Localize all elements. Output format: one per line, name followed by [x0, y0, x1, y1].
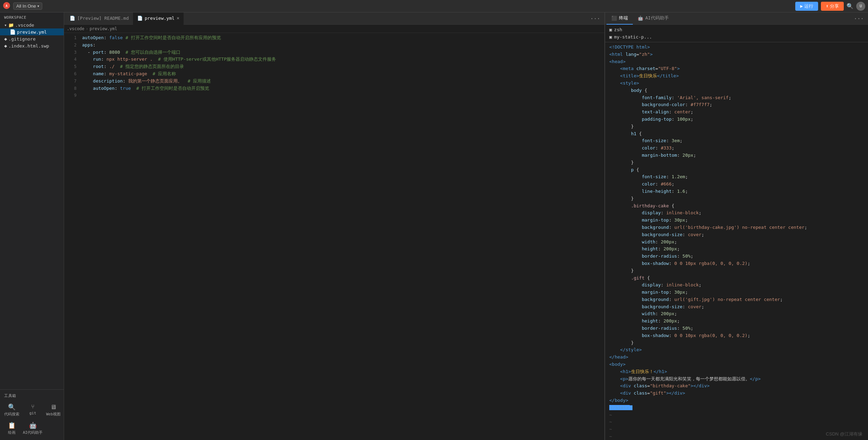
- r-line-ehead: </head>: [605, 354, 868, 361]
- terminal-file-icon: ▣: [609, 27, 612, 32]
- ai-tab-label: AI代码助手: [645, 15, 669, 21]
- file-item-static[interactable]: ▣ my-static-p...: [605, 33, 868, 41]
- r-line-bs2: box-shadow: 0 0 10px rgba(0, 0, 0, 0.2);: [605, 332, 868, 339]
- r-line-br2: border-radius: 50%;: [605, 325, 868, 332]
- r-line-pt: padding-top: 100px;: [605, 116, 868, 123]
- right-panel-more-icon[interactable]: ···: [851, 15, 867, 22]
- file-item-zsh[interactable]: ▣ zsh: [605, 26, 868, 33]
- r-line-fs2: font-size: 1.2em;: [605, 173, 868, 181]
- gitignore-label: .gitignore: [8, 36, 62, 42]
- r-line-div-cake: <div class="birthday-cake"></div>: [605, 382, 868, 390]
- chevron-down-icon: ▾: [37, 4, 39, 8]
- r-line-br: border-radius: 50%;: [605, 253, 868, 260]
- r-line-doctype: <!DOCTYPE html>: [605, 44, 868, 51]
- draw-icon: 📋: [8, 422, 16, 429]
- run-button[interactable]: ▶ 运行: [795, 2, 818, 11]
- folder-icon: 📁: [8, 23, 14, 28]
- terminal-icon: ⬛: [611, 16, 617, 21]
- r-line-ta: text-align: center;: [605, 109, 868, 116]
- share-button[interactable]: ⬆ 分享: [821, 2, 844, 11]
- tools-label: 工具箱: [4, 394, 16, 398]
- tab-preview-readme[interactable]: 📄 [Preview] README.md: [65, 12, 133, 25]
- tool-code-search[interactable]: 🔍 代码搜索: [3, 401, 21, 419]
- editor-area: 📄 [Preview] README.md 📄 preview.yml × ··…: [64, 12, 604, 440]
- r-line-lh: line-height: 1.6;: [605, 188, 868, 195]
- tool-web-view[interactable]: 🖥 Web视图: [45, 401, 62, 419]
- r-line-mb: margin-bottom: 20px;: [605, 152, 868, 159]
- r-line-body2: <body>: [605, 361, 868, 368]
- tool-draw[interactable]: 📋 绘画: [3, 420, 21, 437]
- preview-readme-icon: 📄: [70, 16, 75, 21]
- right-tab-ai[interactable]: 🤖 AI代码助手: [633, 12, 674, 25]
- app-logo: A: [3, 2, 10, 10]
- share-icon: ⬆: [826, 3, 829, 9]
- r-line-ptag: <p>愿你的每一天都充满阳光和笑笑，每一个梦想都能如愿以偿。</p>: [605, 376, 868, 383]
- r-line-tilde1: ~: [605, 412, 868, 419]
- right-code-viewer[interactable]: <!DOCTYPE html> <html lang="zh"> <head> …: [605, 42, 868, 440]
- tab-more-icon[interactable]: ···: [587, 15, 603, 22]
- r-line-bgs2: background-size: cover;: [605, 303, 868, 311]
- sidebar-item-vscode[interactable]: ▾ 📁 .vscode: [0, 22, 64, 28]
- right-panel: ⬛ 终端 🤖 AI代码助手 ··· ▣ zsh ▣ my-static-p...…: [605, 12, 868, 440]
- avatar[interactable]: U: [856, 2, 865, 11]
- watermark: CSDN @江湖有缘: [826, 431, 862, 437]
- r-line-meta: <meta charset="UTF-8">: [605, 65, 868, 72]
- preview-yml-label: preview.yml: [17, 29, 62, 35]
- r-line-h2: height: 200px;: [605, 318, 868, 325]
- run-label: 运行: [804, 3, 813, 9]
- ai-tab-icon: 🤖: [638, 16, 643, 21]
- tool-git[interactable]: ⑂ git: [21, 401, 44, 419]
- tab-preview-yml[interactable]: 📄 preview.yml ×: [133, 12, 184, 25]
- sidebar-item-gitignore[interactable]: ◆ .gitignore: [0, 35, 64, 42]
- workspace-header[interactable]: WORKSPACE: [0, 12, 64, 21]
- code-search-icon: 🔍: [8, 403, 16, 411]
- right-tab-bar: ⬛ 终端 🤖 AI代码助手 ···: [605, 12, 868, 25]
- right-tab-terminal[interactable]: ⬛ 终端: [606, 12, 633, 25]
- sidebar-item-preview-yml[interactable]: 📄 preview.yml: [0, 28, 64, 35]
- code-line-1: 1 autoOpen: false # 打开工作空间时是否自动开启所有应用的预览: [64, 34, 604, 42]
- ai-icon: 🤖: [29, 422, 37, 429]
- tools-header: 工具箱: [0, 392, 64, 400]
- editor-content[interactable]: 1 autoOpen: false # 打开工作空间时是否自动开启所有应用的预览…: [64, 33, 604, 440]
- workspace-label: WORKSPACE: [4, 15, 26, 20]
- dot-icon: ◆: [4, 36, 7, 42]
- tool-ai[interactable]: 🤖 AI代码助手: [21, 420, 44, 437]
- draw-label: 绘画: [8, 430, 16, 435]
- r-line-p: p {: [605, 166, 868, 174]
- breadcrumb-separator: ›: [86, 26, 88, 31]
- r-line-bgs: background-size: cover;: [605, 231, 868, 239]
- file-icon: 📄: [10, 29, 16, 35]
- search-icon[interactable]: 🔍: [847, 3, 853, 9]
- r-line-style: <style>: [605, 80, 868, 87]
- right-file-list: ▣ zsh ▣ my-static-p...: [605, 25, 868, 42]
- editor-tab-bar: 📄 [Preview] README.md 📄 preview.yml × ··…: [64, 12, 604, 25]
- tool-grid: 🔍 代码搜索 ⑂ git 🖥 Web视图 📋 绘画 🤖 AI代码助手: [0, 400, 64, 439]
- sidebar-item-swp[interactable]: ◆ .index.html.swp: [0, 42, 64, 49]
- git-icon: ⑂: [31, 403, 35, 410]
- code-line-6: 6 name: my-static-page # 应用名称: [64, 70, 604, 78]
- app-title-button[interactable]: All In One ▾: [13, 2, 42, 10]
- r-line-w: width: 200px;: [605, 239, 868, 246]
- static-label: my-static-p...: [614, 34, 652, 40]
- run-icon: ▶: [800, 3, 803, 9]
- r-line-color2: color: #666;: [605, 181, 868, 188]
- r-line-ckc: }: [605, 267, 868, 275]
- r-line-ehtml: </html>: [605, 404, 868, 412]
- code-line-4: 4 run: npx http-server . # 使用HTTP-server…: [64, 56, 604, 63]
- main-layout: WORKSPACE ▾ 📁 .vscode 📄 preview.yml ◆ .g…: [0, 12, 868, 440]
- topbar-right: ▶ 运行 ⬆ 分享 🔍 U: [795, 2, 865, 11]
- web-view-label: Web视图: [46, 412, 61, 417]
- topbar-left: A All In One ▾: [3, 2, 42, 10]
- sidebar: WORKSPACE ▾ 📁 .vscode 📄 preview.yml ◆ .g…: [0, 12, 64, 440]
- r-line-mt: margin-top: 30px;: [605, 217, 868, 224]
- chevron-right-icon: ▾: [4, 23, 7, 28]
- r-line-fs: font-size: 3em;: [605, 137, 868, 145]
- r-line-tilde2: ~: [605, 419, 868, 426]
- vscode-folder-label: .vscode: [15, 23, 34, 28]
- r-line-cp: }: [605, 195, 868, 202]
- r-line-gift: .gift {: [605, 275, 868, 282]
- r-line-h1tag: <h1>生日快乐！</h1>: [605, 368, 868, 376]
- close-tab-icon[interactable]: ×: [177, 16, 179, 20]
- svg-text:A: A: [6, 4, 8, 8]
- breadcrumb-file: preview.yml: [90, 26, 117, 31]
